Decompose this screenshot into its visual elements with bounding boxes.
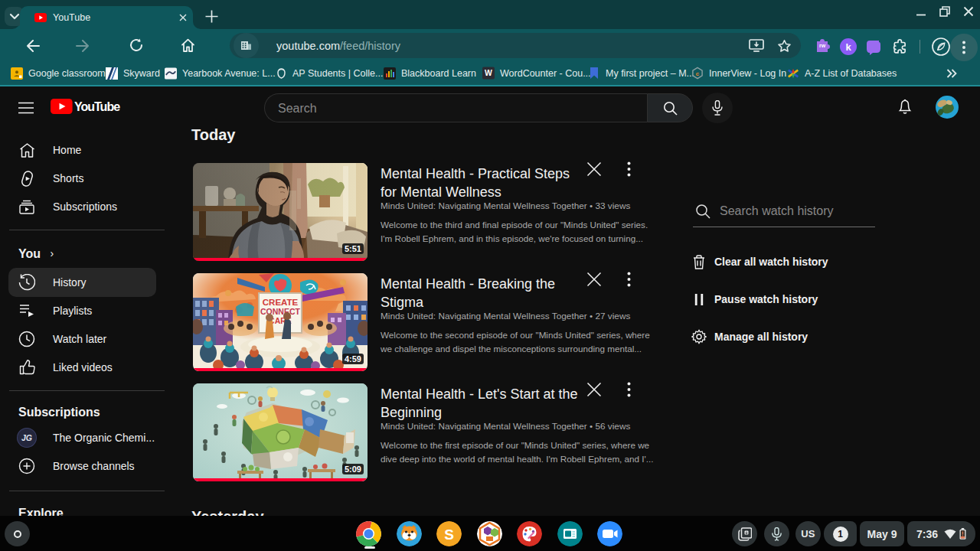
svg-text:CONNECT: CONNECT [260,307,301,316]
svg-text:W: W [485,69,492,77]
svg-text:c: c [696,70,700,77]
svg-text:k: k [845,41,851,53]
svg-text:S: S [444,527,454,543]
svg-text:rw: rw [819,43,826,48]
svg-text:YouTube: YouTube [74,100,120,113]
svg-text:CREATE: CREATE [263,298,299,307]
